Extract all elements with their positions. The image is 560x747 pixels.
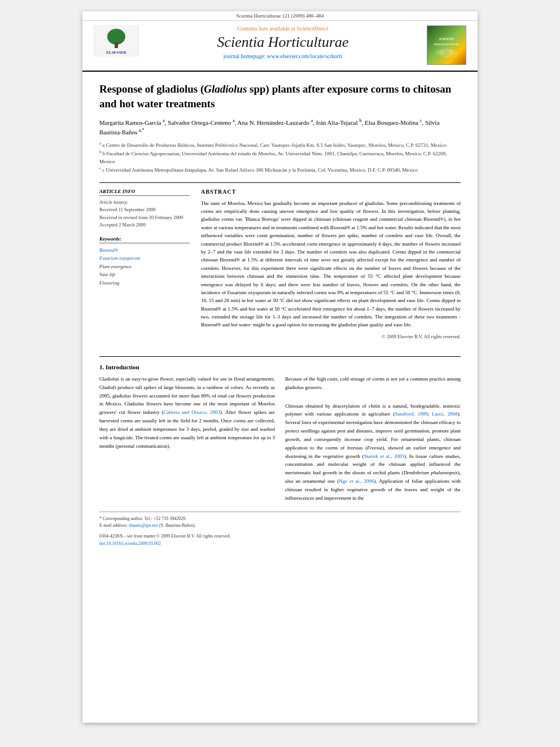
divider-2: [99, 356, 461, 357]
footnotes: * Corresponding author. Tel.: +52 735 39…: [99, 512, 461, 530]
svg-text:HORTICULTURAE: HORTICULTURAE: [434, 43, 460, 46]
keyword-4: Vase life: [99, 270, 190, 278]
abstract-label: ABSTRACT: [201, 189, 461, 195]
svg-text:SCIENTIA: SCIENTIA: [439, 37, 454, 41]
intro-right-text-1: Because of the high costs, cold storage …: [285, 375, 461, 392]
email-line: E-mail address: sbautis@ipn.mx (S. Bauti…: [99, 522, 461, 530]
email-label: E-mail address:: [99, 523, 128, 528]
affiliation-b: b b Facultad de Ciencias Agropecuarias, …: [99, 149, 461, 165]
keywords-section: Keywords: Biorend® Fusarium oxysporum Pl…: [99, 236, 190, 287]
abstract-text: The state of Morelos, Mexico has gradual…: [201, 199, 461, 329]
ref-nge[interactable]: Nge et al., 2006: [339, 478, 374, 484]
history-section: Article history: Received 11 September 2…: [99, 199, 190, 229]
history-label: Article history:: [99, 199, 190, 207]
main-content: 1. Introduction Gladiolus is an easy-to-…: [82, 356, 478, 559]
keyword-2: Fusarium oxysporum: [99, 254, 190, 262]
intro-left-col: Gladiolus is an easy-to-grow flower, esp…: [99, 375, 275, 503]
copyright-text: © 2009 Elsevier B.V. All rights reserved…: [201, 334, 461, 339]
article-info-column: ARTICLE INFO Article history: Received 1…: [99, 189, 190, 339]
page: Scientia Horticulturae 121 (2009) 480–48…: [82, 11, 478, 723]
header-center: Contents lists available at ScienceDirec…: [145, 25, 421, 64]
affiliations: a a Centro de Desarrollo de Productos Bi…: [99, 141, 461, 174]
article-title: Response of gladiolus (Gladiolus spp) pl…: [99, 82, 461, 111]
article-info-label: ARTICLE INFO: [99, 189, 190, 196]
article-info-section: ARTICLE INFO Article history: Received 1…: [99, 189, 190, 229]
elsevier-logo-icon: ELSEVIER: [94, 25, 139, 56]
article-header: Response of gladiolus (Gladiolus spp) pl…: [82, 72, 478, 351]
footer-license: 0304-4238/$ – see front matter © 2009 El…: [99, 533, 461, 540]
email-address[interactable]: sbautis@ipn.mx: [129, 523, 158, 528]
intro-right-text-2: Chitosan obtained by deacetylation of ch…: [285, 402, 461, 503]
keywords-label: Keywords:: [99, 236, 190, 243]
footer-doi[interactable]: doi:10.1016/j.scienta.2009.03.002: [99, 540, 461, 548]
sciencedirect-line: Contents lists available at ScienceDirec…: [150, 25, 415, 32]
keyword-3: Plant emergence: [99, 263, 190, 270]
svg-point-1: [107, 29, 125, 45]
sciencedirect-link-text[interactable]: ScienceDirect: [296, 25, 328, 32]
received-date: Received 11 September 2008: [99, 206, 190, 214]
keyword-1: Biorend®: [99, 246, 190, 254]
affiliation-c: c c Universidad Autónoma Metropolitana-I…: [99, 165, 461, 174]
abstract-column: ABSTRACT The state of Morelos, Mexico ha…: [201, 189, 461, 339]
header-right: SCIENTIA HORTICULTURAE: [421, 25, 466, 71]
citation-bar: Scientia Horticulturae 121 (2009) 480–48…: [82, 11, 478, 21]
ref-startek[interactable]: Startek et al., 2005: [364, 453, 404, 459]
corresponding-author: * Corresponding author. Tel.: +52 735 39…: [99, 516, 461, 523]
scientia-logo-icon: SCIENTIA HORTICULTURAE: [427, 25, 466, 65]
ref-sandford[interactable]: Sandford, 1989: [395, 411, 427, 417]
keywords-list: Biorend® Fusarium oxysporum Plant emerge…: [99, 246, 190, 287]
intro-left-text: Gladiolus is an easy-to-grow flower, esp…: [99, 375, 275, 451]
accepted-date: Accepted 2 March 2009: [99, 221, 190, 229]
email-name: (S. Bautista-Baños).: [159, 523, 196, 528]
homepage-static: journal homepage:: [224, 53, 267, 59]
revised-date: Received in revised form 20 February 200…: [99, 214, 190, 222]
keyword-5: Flowering: [99, 279, 190, 287]
journal-homepage: journal homepage: www.elsevier.com/locat…: [150, 53, 415, 59]
contents-text: Contents lists available at: [237, 25, 295, 32]
homepage-url[interactable]: www.elsevier.com/locate/scihorti: [267, 53, 342, 59]
intro-right-col: Because of the high costs, cold storage …: [285, 375, 461, 503]
intro-section-title: 1. Introduction: [99, 364, 461, 370]
section-number: 1.: [99, 364, 104, 370]
divider-1: [99, 182, 461, 183]
affiliation-a: a a Centro de Desarrollo de Productos Bi…: [99, 141, 461, 150]
authors-text: Margarita Ramos-García a, Salvador Orteg…: [99, 119, 440, 136]
ref-cabrera[interactable]: Cabrera and Orozco, 2003: [164, 409, 220, 415]
intro-body: Gladiolus is an easy-to-grow flower, esp…: [99, 375, 461, 503]
citation-text: Scientia Horticulturae 121 (2009) 480–48…: [237, 13, 324, 19]
footer-info: 0304-4238/$ – see front matter © 2009 El…: [99, 533, 461, 548]
journal-header: ELSEVIER Contents lists available at Sci…: [82, 21, 478, 72]
elsevier-logo-container: ELSEVIER: [94, 25, 145, 62]
ref-larez[interactable]: Larez, 2008: [432, 411, 458, 417]
svg-rect-2: [115, 42, 118, 48]
section-title-text: Introduction: [106, 364, 139, 370]
article-info-abstract: ARTICLE INFO Article history: Received 1…: [99, 189, 461, 339]
authors-line: Margarita Ramos-García a, Salvador Orteg…: [99, 117, 461, 137]
svg-text:ELSEVIER: ELSEVIER: [106, 50, 126, 55]
journal-name: Scientia Horticulturae: [150, 34, 415, 51]
